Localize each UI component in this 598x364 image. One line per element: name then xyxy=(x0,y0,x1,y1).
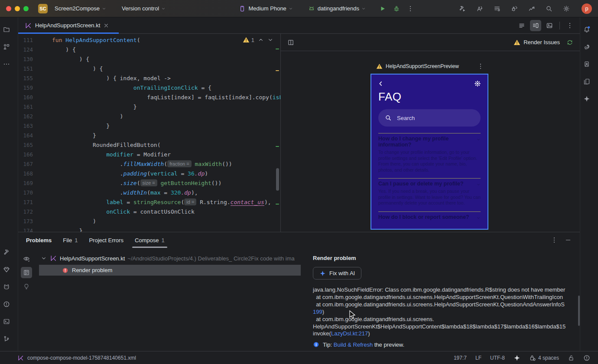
app-quality-insights-icon[interactable] xyxy=(0,263,13,276)
ai-actions-icon[interactable] xyxy=(476,5,484,13)
more-tool-windows-icon[interactable] xyxy=(0,58,13,71)
stack-link[interactable]: 199 xyxy=(313,309,322,315)
stripe-mark[interactable] xyxy=(276,70,279,71)
detail-scrollbar[interactable] xyxy=(578,296,580,326)
hide-panel-icon[interactable] xyxy=(564,236,572,244)
refresh-preview-icon[interactable] xyxy=(566,39,574,46)
code-text: ) xyxy=(33,217,96,226)
profiler-icon[interactable] xyxy=(528,5,536,13)
device-selector[interactable]: Medium Phone xyxy=(236,3,295,14)
code-line[interactable]: 161 } xyxy=(18,102,274,112)
logcat-icon[interactable] xyxy=(0,280,13,293)
open-details-icon[interactable] xyxy=(21,267,32,278)
file-encoding[interactable]: UTF-8 xyxy=(490,355,505,361)
stripe-mark[interactable] xyxy=(276,204,279,205)
debug-button[interactable] xyxy=(393,5,400,13)
code-editor[interactable]: 111fun HelpAndSupportContent(124 ) {130 … xyxy=(18,34,281,232)
write-access-lock-icon[interactable] xyxy=(568,354,575,361)
line-separator[interactable]: LF xyxy=(475,355,481,361)
caret-position[interactable]: 197:7 xyxy=(454,355,467,361)
render-issues-button[interactable]: Render Issues xyxy=(514,39,560,46)
more-icon[interactable] xyxy=(564,20,575,31)
code-line[interactable]: 124 ) { xyxy=(18,45,274,55)
code-line[interactable]: 174 } xyxy=(18,226,274,232)
layout-mode-icon[interactable] xyxy=(287,39,295,46)
resource-manager-icon[interactable] xyxy=(0,40,13,53)
problems-icon[interactable] xyxy=(0,298,13,311)
list-files-icon[interactable] xyxy=(516,20,527,31)
zoom-window-button[interactable] xyxy=(23,6,29,11)
code-line[interactable]: 130 ) { xyxy=(18,55,274,64)
code-line[interactable]: 166 modifier = Modifier xyxy=(18,150,274,159)
code-line[interactable]: 159 onTrailingIconClick = { xyxy=(18,83,274,93)
code-line[interactable]: 151 ) { xyxy=(18,64,274,74)
fix-with-ai-button[interactable]: Fix with AI xyxy=(313,267,361,280)
running-devices-icon[interactable] xyxy=(580,58,593,71)
project-folder-icon[interactable] xyxy=(0,23,13,36)
split-view-icon[interactable] xyxy=(530,20,541,31)
more-run-options-button[interactable] xyxy=(406,5,414,13)
options-menu-icon[interactable] xyxy=(550,236,558,244)
code-line[interactable]: 160 faqList[index] = faqList[index].copy… xyxy=(18,93,274,102)
inspections-status-icon[interactable] xyxy=(583,354,590,361)
close-tab-icon[interactable] xyxy=(103,23,109,29)
run-configuration-selector[interactable]: datingandfriends xyxy=(305,3,368,14)
preview-options-icon[interactable] xyxy=(477,62,484,70)
search-everywhere-icon[interactable] xyxy=(545,5,553,13)
code-line[interactable]: 111fun HelpAndSupportContent( xyxy=(18,36,274,45)
inspection-widget[interactable]: 1 xyxy=(243,36,273,43)
tab-helpandsupportscreen[interactable]: HelpAndSupportScreen.kt xyxy=(18,17,114,33)
previous-problem-icon[interactable] xyxy=(258,36,264,43)
gradle-icon[interactable] xyxy=(580,40,593,53)
settings-icon[interactable] xyxy=(562,5,570,13)
code-line[interactable]: 155 ) { index, model -> xyxy=(18,74,274,83)
version-control-menu[interactable]: Version control xyxy=(119,3,168,13)
code-line[interactable]: 169 .size(size = getButtonHeight()) xyxy=(18,179,274,188)
ai-status-icon[interactable] xyxy=(514,354,520,361)
notifications-icon[interactable] xyxy=(580,23,593,36)
device-preview-frame[interactable]: FAQ Search How do I change my profile in… xyxy=(370,74,488,230)
code-line[interactable]: 165 RoundedFilledButton( xyxy=(18,140,274,150)
tab-project-errors[interactable]: Project Errors xyxy=(89,232,123,248)
code-line[interactable]: 171 label = stringResource(id = R.string… xyxy=(18,198,274,207)
avatar[interactable]: p xyxy=(582,3,592,14)
run-button[interactable] xyxy=(379,5,387,13)
code-line[interactable]: 164 } xyxy=(18,131,274,140)
code-line[interactable]: 167 .fillMaxWidth(fraction = maxWidth()) xyxy=(18,159,274,169)
gemini-icon[interactable] xyxy=(580,92,593,105)
code-line[interactable]: 172 onClick = contactUsOnClick xyxy=(18,207,274,217)
tab-compose[interactable]: Compose1 xyxy=(135,232,165,248)
terminal-icon[interactable] xyxy=(0,315,13,328)
quick-fix-bulb-icon[interactable] xyxy=(21,281,32,292)
close-window-button[interactable] xyxy=(6,6,11,11)
project-menu[interactable]: Screen2Compose xyxy=(52,3,109,13)
problems-file-row[interactable]: HelpAndSupportScreen.kt ~/AndroidStudioP… xyxy=(35,253,308,263)
preview-image-icon[interactable] xyxy=(544,20,555,31)
line-number: 124 xyxy=(18,45,33,55)
code-line[interactable]: 162 ) xyxy=(18,112,274,121)
stack-link[interactable]: LazyDsl.kt:217 xyxy=(331,330,368,337)
version-control-icon[interactable] xyxy=(0,332,13,345)
code-line[interactable]: 163 } xyxy=(18,121,274,131)
stripe-mark[interactable] xyxy=(276,49,279,49)
expand-chevron-icon[interactable] xyxy=(41,254,47,262)
editor-scrollbar[interactable] xyxy=(276,168,279,191)
tab-file[interactable]: File1 xyxy=(63,232,78,248)
next-problem-icon[interactable] xyxy=(267,36,273,43)
attach-debugger-icon[interactable] xyxy=(510,5,518,13)
stack-trace[interactable]: java.lang.NoSuchFieldError: Class com.ib… xyxy=(313,286,574,338)
build-icon[interactable] xyxy=(0,246,13,259)
code-line[interactable]: 170 .widthIn(max = 320.dp), xyxy=(18,188,274,198)
device-manager-icon[interactable] xyxy=(580,75,593,88)
render-problem-row[interactable]: Render problem xyxy=(39,265,301,276)
build-refresh-link[interactable]: Build & Refresh xyxy=(334,341,373,348)
minimize-window-button[interactable] xyxy=(15,6,20,11)
code-line[interactable]: 173 ) xyxy=(18,217,274,226)
todo-icon[interactable] xyxy=(493,5,501,13)
code-line[interactable]: 168 .padding(vertical = 36.dp) xyxy=(18,169,274,179)
build-run-icon[interactable] xyxy=(458,5,466,13)
indent-setting[interactable]: 4 spaces xyxy=(529,354,559,361)
view-options-icon[interactable] xyxy=(21,253,32,264)
indent-lock-icon xyxy=(529,354,536,361)
stripe-mark[interactable] xyxy=(276,146,279,147)
